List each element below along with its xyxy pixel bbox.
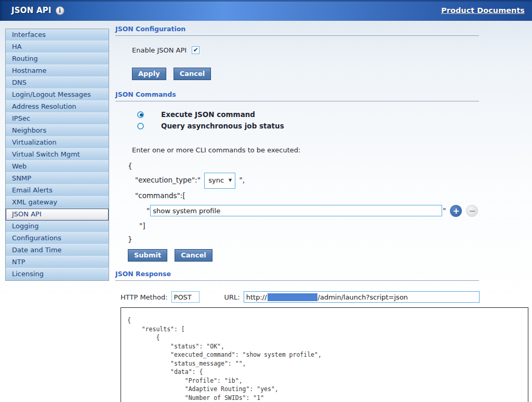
config-cancel-button[interactable]: Cancel bbox=[174, 68, 211, 80]
execution-type-prefix: "execution_type":" bbox=[135, 176, 201, 184]
execute-json-command-radio[interactable] bbox=[137, 111, 144, 118]
remove-command-button[interactable]: − bbox=[466, 205, 478, 217]
sidebar-item-logging[interactable]: Logging bbox=[6, 221, 109, 232]
sidebar-item-snmp[interactable]: SNMP bbox=[6, 173, 109, 185]
url-redaction-block bbox=[268, 293, 317, 301]
sidebar-item-hostname[interactable]: Hostname bbox=[6, 65, 109, 77]
query-async-job-status-radio[interactable] bbox=[137, 123, 144, 129]
submit-button[interactable]: Submit bbox=[128, 249, 167, 262]
command-builder: { "execution_type":" sync ▼ ", "commands… bbox=[128, 159, 531, 246]
cli-command-input[interactable] bbox=[150, 205, 442, 216]
commands-cancel-button[interactable]: Cancel bbox=[175, 249, 212, 262]
sidebar-item-email-alerts[interactable]: Email Alerts bbox=[6, 185, 109, 197]
url-prefix: http:// bbox=[246, 293, 267, 301]
add-command-button[interactable]: + bbox=[450, 205, 462, 217]
sidebar-item-web[interactable]: Web bbox=[6, 161, 109, 173]
info-icon[interactable]: i bbox=[56, 6, 64, 15]
json-response-text: { "results": [ { "status": "OK", "execut… bbox=[127, 316, 523, 402]
sidebar-item-ha[interactable]: HA bbox=[6, 41, 109, 53]
url-input[interactable]: http:// /admin/launch?script=json bbox=[244, 291, 480, 303]
sidebar-item-dns[interactable]: DNS bbox=[6, 77, 109, 89]
sidebar-item-login-logout-messages[interactable]: Login/Logout Messages bbox=[6, 89, 109, 101]
http-method-label: HTTP Method: bbox=[121, 293, 168, 301]
close-brace: } bbox=[128, 232, 531, 246]
sidebar-item-licensing[interactable]: Licensing bbox=[6, 268, 109, 280]
sidebar-item-interfaces[interactable]: Interfaces bbox=[6, 29, 109, 41]
command-open-quote: " bbox=[147, 206, 150, 215]
http-method-input[interactable] bbox=[171, 291, 200, 303]
url-suffix: /admin/launch?script=json bbox=[318, 293, 408, 301]
execution-type-value: sync bbox=[208, 174, 224, 187]
sidebar-item-ipsec[interactable]: IPSec bbox=[6, 113, 109, 125]
execute-json-command-label: Execute JSON command bbox=[161, 110, 255, 119]
json-commands-section-title: JSON Commands bbox=[115, 90, 479, 101]
sidebar-item-date-and-time[interactable]: Date and Time bbox=[6, 244, 109, 256]
main-content: JSON Configuration Enable JSON API ✔ App… bbox=[115, 25, 531, 402]
sidebar-item-json-api[interactable]: JSON API bbox=[6, 209, 109, 221]
sidebar-item-virtual-switch-mgmt[interactable]: Virtual Switch Mgmt bbox=[6, 149, 109, 161]
url-label: URL: bbox=[224, 293, 240, 301]
request-info-row: HTTP Method: URL: http:// /admin/launch?… bbox=[121, 291, 531, 303]
sidebar-nav: Interfaces HA Routing Hostname DNS Login… bbox=[5, 29, 109, 281]
execution-type-line: "execution_type":" sync ▼ ", bbox=[135, 173, 531, 189]
json-response-section-title: JSON Response bbox=[115, 270, 479, 281]
apply-button[interactable]: Apply bbox=[132, 68, 166, 80]
commands-array-close: "] bbox=[139, 219, 531, 232]
sidebar-item-address-resolution[interactable]: Address Resolution bbox=[6, 101, 109, 113]
sidebar-item-neighbors[interactable]: Neighbors bbox=[6, 125, 109, 137]
command-close-quote: " bbox=[443, 206, 446, 215]
json-response-output[interactable]: { "results": [ { "status": "OK", "execut… bbox=[121, 307, 528, 402]
chevron-down-icon: ▼ bbox=[229, 174, 232, 187]
product-documents-link[interactable]: Product Documents bbox=[441, 6, 525, 15]
sidebar-item-xml-gateway[interactable]: XML gateway bbox=[6, 197, 109, 209]
enable-json-api-label: Enable JSON API bbox=[132, 46, 187, 54]
top-header-bar: JSON API i Product Documents bbox=[0, 0, 532, 21]
json-configuration-section-title: JSON Configuration bbox=[115, 25, 479, 36]
sidebar-item-configurations[interactable]: Configurations bbox=[6, 232, 109, 244]
open-brace: { bbox=[128, 159, 531, 173]
execution-type-suffix: ", bbox=[239, 176, 245, 184]
sidebar-item-routing[interactable]: Routing bbox=[6, 53, 109, 65]
page-title: JSON API bbox=[11, 6, 51, 15]
sidebar-item-ntp[interactable]: NTP bbox=[6, 256, 109, 268]
command-input-row: " " + − bbox=[147, 202, 531, 219]
enable-json-api-checkbox[interactable]: ✔ bbox=[192, 46, 200, 54]
sidebar-item-virtualization[interactable]: Virtualization bbox=[6, 137, 109, 149]
cli-commands-instruction: Enter one or more CLI commands to be exe… bbox=[132, 146, 531, 154]
execution-type-select[interactable]: sync ▼ bbox=[204, 173, 235, 189]
commands-array-open: "commands":[ bbox=[135, 189, 531, 202]
query-async-job-status-label: Query asynchronous job status bbox=[161, 122, 284, 130]
